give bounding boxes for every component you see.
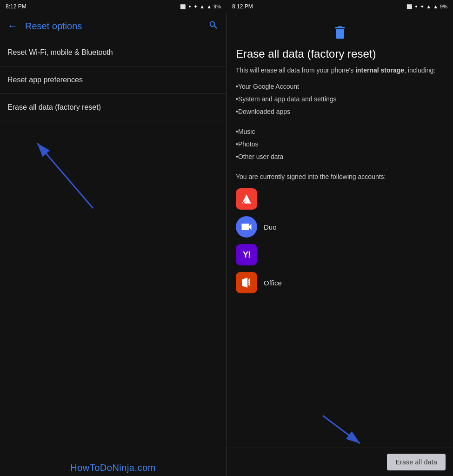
erase-all-button[interactable]: Erase all data bbox=[387, 454, 446, 470]
bullet-google: •Your Google Account bbox=[236, 82, 444, 92]
bluetooth-icon: ✦ bbox=[193, 4, 198, 10]
menu-item-app[interactable]: Reset app preferences bbox=[0, 66, 226, 94]
right-wifi-icon: ▲ bbox=[426, 4, 431, 9]
screenshot-icon: ⬜ bbox=[180, 4, 186, 9]
right-time: 8:12 PM bbox=[232, 3, 253, 10]
right-signal-icon: ▲ bbox=[433, 4, 438, 9]
bullet-userdata: •Other user data bbox=[236, 152, 444, 162]
top-bar: ← Reset options bbox=[0, 13, 226, 39]
right-screenshot-icon: ⬜ bbox=[406, 4, 412, 9]
right-status-icons: ⬜ • ✦ ▲ ▲ 9% bbox=[406, 3, 447, 10]
search-button[interactable] bbox=[208, 20, 219, 33]
menu-item-factory[interactable]: Erase all data (factory reset) bbox=[0, 94, 226, 121]
left-time: 8:12 PM bbox=[6, 3, 27, 10]
svg-line-1 bbox=[37, 143, 93, 208]
left-battery: 9% bbox=[213, 4, 221, 9]
right-dot: • bbox=[415, 3, 417, 10]
dot-left: • bbox=[188, 3, 191, 10]
bullet-music: •Music bbox=[236, 127, 444, 137]
desc-prefix: This will erase all data from your phone… bbox=[236, 66, 355, 74]
account-row-office: Office bbox=[236, 272, 444, 293]
office-name: Office bbox=[264, 279, 282, 287]
duo-name: Duo bbox=[264, 223, 277, 231]
duo-icon bbox=[236, 216, 257, 238]
desc-bold: internal storage bbox=[355, 66, 404, 74]
bullet-system: •System and app data and settings bbox=[236, 94, 444, 104]
screen-title: Reset options bbox=[25, 21, 201, 32]
account-row-duo: Duo bbox=[236, 216, 444, 238]
bottom-bar: Erase all data bbox=[226, 448, 453, 476]
right-panel: Erase all data (factory reset) This will… bbox=[226, 13, 453, 476]
left-panel: ← Reset options Reset Wi-Fi, mobile & Bl… bbox=[0, 13, 226, 476]
watermark: HowToDoNinja.com bbox=[0, 463, 226, 473]
svg-text:A: A bbox=[244, 198, 248, 204]
left-status-icons: ⬜ • ✦ ▲ ▲ 9% bbox=[180, 3, 221, 10]
menu-item-wifi[interactable]: Reset Wi-Fi, mobile & Bluetooth bbox=[0, 39, 226, 66]
bullet-apps: •Downloaded apps bbox=[236, 107, 444, 117]
right-battery: 9% bbox=[440, 4, 447, 9]
signal-icon: ▲ bbox=[207, 4, 212, 9]
desc-suffix: , including: bbox=[404, 66, 435, 74]
yahoo-icon: Y! bbox=[236, 244, 257, 265]
adobe-icon: A bbox=[236, 188, 257, 210]
accounts-text: You are currently signed into the follow… bbox=[236, 172, 444, 182]
right-bluetooth-icon: ✦ bbox=[420, 4, 424, 10]
trash-icon-container bbox=[236, 24, 444, 41]
account-row-yahoo: Y! bbox=[236, 244, 444, 265]
wifi-icon: ▲ bbox=[200, 4, 205, 9]
trash-icon bbox=[332, 24, 348, 41]
back-button[interactable]: ← bbox=[7, 20, 18, 32]
account-row-adobe: A bbox=[236, 188, 444, 210]
left-status-bar: 8:12 PM ⬜ • ✦ ▲ ▲ 9% bbox=[0, 0, 226, 13]
erase-title: Erase all data (factory reset) bbox=[236, 46, 444, 61]
right-status-bar: 8:12 PM ⬜ • ✦ ▲ ▲ 9% bbox=[226, 0, 453, 13]
erase-description: This will erase all data from your phone… bbox=[236, 66, 444, 75]
office-icon bbox=[236, 272, 257, 293]
right-content: Erase all data (factory reset) This will… bbox=[226, 13, 453, 448]
bullet-photos: •Photos bbox=[236, 139, 444, 149]
